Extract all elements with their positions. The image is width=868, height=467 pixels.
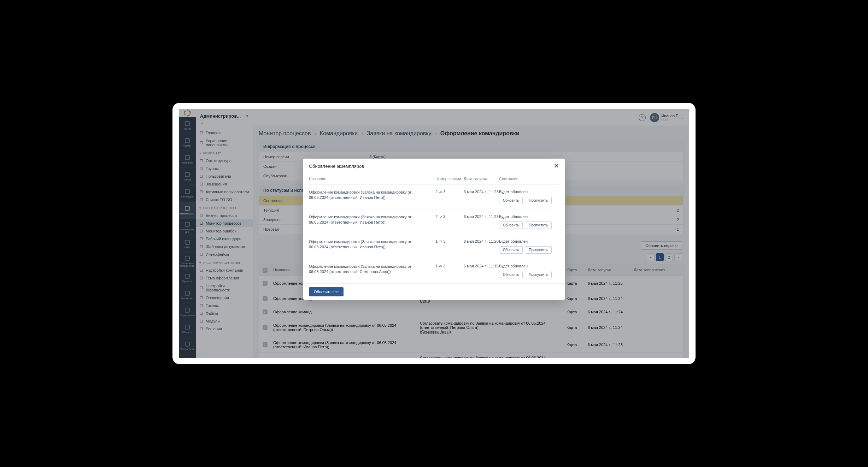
modal-close-button[interactable]: ✕ <box>554 163 559 169</box>
modal-col-name: Название <box>309 177 435 181</box>
row-update-button[interactable]: Обновить <box>499 271 523 278</box>
modal-col-version: Номер версии <box>435 177 464 181</box>
modal-row: Оформление командировки (Заявка на коман… <box>309 259 559 283</box>
modal-title: Обновление экземпляров <box>309 164 554 169</box>
row-skip-button[interactable]: Пропустить <box>525 246 552 254</box>
row-update-button[interactable]: Обновить <box>499 221 523 229</box>
row-status: Будет обновлен <box>499 239 559 243</box>
modal-col-date: Дата запуска <box>464 177 499 181</box>
row-update-button[interactable]: Обновить <box>499 246 523 254</box>
row-status: Будет обновлен <box>499 264 559 268</box>
row-status: Будет обновлен <box>499 214 559 219</box>
row-update-button[interactable]: Обновить <box>499 197 523 204</box>
row-skip-button[interactable]: Пропустить <box>525 221 552 229</box>
update-all-button[interactable]: Обновить все <box>309 287 344 296</box>
row-status: Будет обновлен <box>499 190 559 194</box>
update-instances-modal: Обновление экземпляров ✕ Название Номер … <box>303 159 565 300</box>
app-root: ПочтаФайлыКомпанияЛинииКалендарьАдминист… <box>179 109 689 358</box>
row-skip-button[interactable]: Пропустить <box>525 271 552 278</box>
modal-row: Оформление командировки (Заявка на коман… <box>309 185 559 209</box>
modal-row: Оформление командировки (Заявка на коман… <box>309 209 559 234</box>
modal-overlay[interactable]: Обновление экземпляров ✕ Название Номер … <box>179 109 689 358</box>
row-skip-button[interactable]: Пропустить <box>525 197 552 204</box>
modal-col-state: Состояние <box>499 177 559 181</box>
modal-row: Оформление командировки (Заявка на коман… <box>309 234 559 259</box>
